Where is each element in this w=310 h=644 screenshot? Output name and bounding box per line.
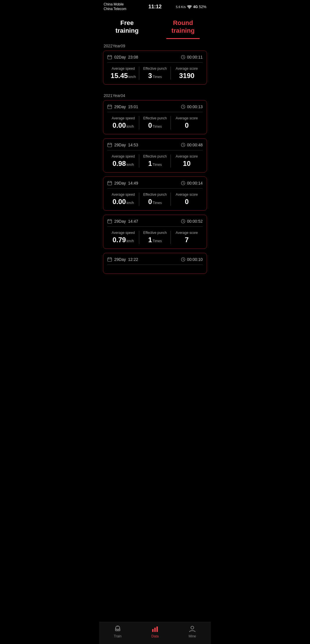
calendar-icon: [107, 219, 112, 224]
data-icon: [151, 625, 159, 633]
calendar-icon: [107, 55, 112, 59]
stat-avg-speed: Average speed 0.98 km/h: [107, 154, 139, 168]
calendar-icon: [107, 143, 112, 147]
carrier2: China Telecom: [104, 7, 126, 11]
status-bar: China Mobile China Telecom 11:12 5.6 K/s…: [99, 0, 211, 12]
card-date: 02Day 23:08: [107, 55, 138, 59]
status-right: 5.6 K/s 4G 52%: [176, 5, 206, 9]
card-duration: 00:00:52: [181, 219, 203, 224]
section-label-2021-04: 2021Year04: [99, 89, 211, 100]
section-label-2022-09: 2022Year09: [99, 39, 211, 51]
calendar-icon: [107, 104, 112, 109]
nav-train-label: Train: [114, 634, 122, 638]
network-type: 4G: [193, 5, 198, 9]
stat-avg-speed: Average speed 15.45 km/h: [107, 67, 139, 80]
stat-effective-punch: Effective punch 0 Times: [139, 116, 171, 129]
clock-icon: [181, 104, 185, 109]
stat-avg-score: Average score 7: [171, 231, 203, 244]
clock-icon: [181, 143, 185, 147]
svg-line-35: [183, 221, 184, 222]
stat-effective-punch: Effective punch 3 Times: [139, 67, 171, 80]
clock-icon: [181, 55, 185, 59]
stat-avg-score: Average score 3190: [171, 67, 203, 80]
tabs-container: Free training Round training: [99, 12, 211, 39]
svg-line-21: [183, 145, 184, 146]
svg-rect-22: [108, 181, 112, 185]
tab-free-training[interactable]: Free training: [99, 17, 155, 39]
svg-rect-1: [108, 55, 112, 59]
svg-rect-36: [108, 258, 112, 261]
training-card[interactable]: 02Day 23:08 00:00:11 Average speed 15.45: [103, 51, 207, 85]
card-date: 29Day 15:01: [107, 104, 138, 109]
clock-icon: [181, 219, 185, 224]
stat-avg-speed: Average speed 0.00 km/h: [107, 193, 139, 206]
card-duration: 00:00:48: [181, 143, 203, 147]
stat-avg-score: Average score 0: [171, 116, 203, 129]
svg-line-28: [183, 183, 184, 184]
stat-avg-score: Average score 0: [171, 193, 203, 206]
svg-rect-15: [108, 143, 112, 147]
card-duration: 00:00:11: [181, 55, 203, 59]
svg-rect-8: [108, 105, 112, 109]
carrier1: China Mobile: [104, 2, 126, 7]
nav-train[interactable]: Train: [109, 625, 126, 638]
stat-avg-speed: Average speed 0.00 km/h: [107, 116, 139, 129]
svg-rect-46: [154, 628, 156, 632]
training-card[interactable]: 29Day 15:01 00:00:13 Average speed 0.00: [103, 100, 207, 134]
carrier-info: China Mobile China Telecom: [104, 2, 126, 11]
training-card[interactable]: 29Day 14:49 00:00:14 Average speed 0.00: [103, 176, 207, 211]
bottom-nav: Train Data Mine: [99, 622, 211, 644]
clock-icon: [181, 257, 185, 262]
svg-point-48: [191, 626, 194, 629]
card-date: 29Day 12:22: [107, 257, 138, 262]
network-speed: 5.6 K/s: [176, 5, 186, 9]
train-icon: [114, 625, 122, 633]
stat-avg-speed: Average speed 0.79 km/h: [107, 231, 139, 244]
content-area: 2022Year09 02Day 23:08: [99, 39, 211, 301]
status-time: 11:12: [148, 4, 162, 10]
training-card[interactable]: 29Day 14:47 00:00:52 Average speed 0.79: [103, 215, 207, 249]
stat-avg-score: Average score 10: [171, 154, 203, 168]
card-duration: 00:00:13: [181, 104, 203, 109]
nav-data[interactable]: Data: [146, 625, 164, 638]
svg-rect-45: [152, 629, 154, 632]
card-duration: 00:00:10: [181, 257, 203, 262]
stat-effective-punch: Effective punch 1 Times: [139, 154, 171, 168]
wifi-icon: [187, 5, 192, 9]
stat-effective-punch: Effective punch 1 Times: [139, 231, 171, 244]
stat-effective-punch: Effective punch 0 Times: [139, 193, 171, 206]
card-date: 29Day 14:49: [107, 181, 138, 185]
card-duration: 00:00:14: [181, 181, 203, 185]
card-date: 29Day 14:53: [107, 143, 138, 147]
nav-data-label: Data: [151, 634, 158, 638]
svg-line-7: [183, 57, 184, 58]
tab-round-training[interactable]: Round training: [155, 17, 211, 39]
clock-icon: [181, 181, 185, 185]
svg-point-0: [189, 8, 190, 9]
calendar-icon: [107, 181, 112, 185]
svg-rect-29: [108, 220, 112, 223]
mine-icon: [188, 625, 196, 633]
training-card[interactable]: 29Day 12:22 00:00:10: [103, 253, 207, 274]
calendar-icon: [107, 257, 112, 262]
battery-level: 52%: [199, 5, 206, 9]
nav-mine-label: Mine: [189, 634, 196, 638]
svg-line-14: [183, 107, 184, 107]
svg-rect-47: [156, 626, 158, 632]
training-card[interactable]: 29Day 14:53 00:00:48 Average speed 0.98: [103, 138, 207, 172]
nav-mine[interactable]: Mine: [184, 625, 201, 638]
card-date: 29Day 14:47: [107, 219, 138, 224]
svg-line-42: [183, 259, 184, 260]
